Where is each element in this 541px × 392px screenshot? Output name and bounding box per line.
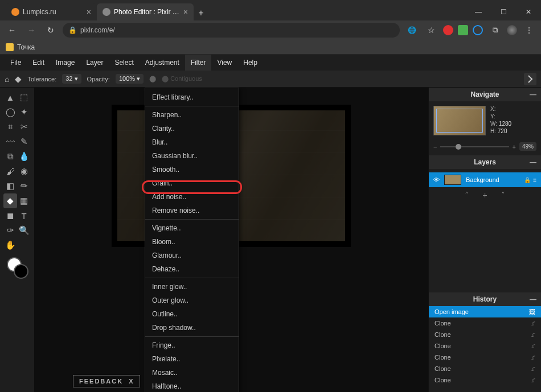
tool-spray[interactable]: ◉ bbox=[17, 164, 31, 179]
zoom-out-button[interactable]: − bbox=[433, 143, 437, 150]
browser-tab-1[interactable]: Photo Editor : Pixlr E - free image… × bbox=[97, 3, 194, 20]
filter-drop-shadow[interactable]: Drop shadow.. bbox=[145, 321, 239, 335]
profile-avatar[interactable] bbox=[507, 25, 517, 35]
filter-dehaze[interactable]: Dehaze.. bbox=[145, 262, 239, 276]
collapse-icon[interactable]: — bbox=[530, 295, 536, 303]
tool-lasso[interactable]: ◯ bbox=[3, 105, 17, 119]
filter-gaussian-blur[interactable]: Gaussian blur.. bbox=[145, 149, 239, 163]
filter-clarity[interactable]: Clarity.. bbox=[145, 122, 239, 135]
color-swatches[interactable] bbox=[3, 257, 31, 286]
filter-sharpen[interactable]: Sharpen.. bbox=[145, 108, 239, 122]
filter-effect-library[interactable]: Effect library.. bbox=[145, 90, 239, 104]
star-icon[interactable]: ☆ bbox=[424, 23, 438, 38]
tolerance-value[interactable]: 32 ▾ bbox=[62, 74, 81, 84]
history-item[interactable]: Clone⎎ bbox=[429, 340, 541, 352]
feedback-close[interactable]: X bbox=[129, 378, 134, 385]
filter-add-noise[interactable]: Add noise.. bbox=[145, 190, 239, 204]
filter-outline[interactable]: Outline.. bbox=[145, 307, 239, 321]
filter-fringe[interactable]: Fringe.. bbox=[145, 339, 239, 352]
translate-icon[interactable]: 🌐 bbox=[404, 23, 419, 38]
tool-zoom[interactable]: 🔍 bbox=[17, 223, 31, 238]
contiguous-toggle[interactable]: ⬤ Contiguous bbox=[162, 75, 202, 82]
home-icon[interactable]: ⌂ bbox=[5, 75, 9, 84]
filter-grain[interactable]: Grain.. bbox=[145, 176, 239, 190]
tool-shape[interactable]: ◼ bbox=[3, 208, 17, 223]
collapse-icon[interactable]: — bbox=[530, 158, 536, 166]
history-item[interactable]: Clone⎎ bbox=[429, 329, 541, 340]
tool-hand[interactable]: ✋ bbox=[3, 238, 17, 253]
filter-outer-glow[interactable]: Outer glow.. bbox=[145, 294, 239, 307]
history-item[interactable]: Clone⎎ bbox=[429, 352, 541, 363]
filter-pixelate[interactable]: Pixelate.. bbox=[145, 352, 239, 366]
layer-item[interactable]: 👁 Background 🔒≡ bbox=[429, 172, 541, 187]
tool-crop[interactable]: ⌗ bbox=[3, 119, 17, 134]
visibility-icon[interactable]: 👁 bbox=[433, 176, 440, 183]
tool-cut[interactable]: ✂ bbox=[17, 119, 31, 134]
zoom-in-button[interactable]: + bbox=[513, 143, 516, 150]
navigate-thumbnail[interactable] bbox=[433, 106, 486, 135]
filter-mosaic[interactable]: Mosaic.. bbox=[145, 366, 239, 379]
collapse-icon[interactable]: — bbox=[530, 90, 536, 98]
tool-pencil[interactable]: ✏ bbox=[17, 179, 31, 193]
zoom-value[interactable]: 49% bbox=[519, 142, 536, 151]
history-item[interactable]: Clone⎎ bbox=[429, 374, 541, 386]
reader-icon[interactable]: ⧉ bbox=[487, 23, 502, 38]
back-button[interactable]: ← bbox=[5, 23, 19, 38]
menu-file[interactable]: File bbox=[5, 55, 27, 71]
filter-inner-glow[interactable]: Inner glow.. bbox=[145, 280, 239, 294]
menu-icon[interactable]: ⋮ bbox=[522, 23, 536, 38]
menu-adjustment[interactable]: Adjustment bbox=[140, 55, 185, 71]
window-close-button[interactable]: ✕ bbox=[516, 3, 541, 20]
tool-text[interactable]: T bbox=[17, 208, 31, 223]
tool-brush[interactable]: 🖌 bbox=[3, 164, 17, 179]
menu-help[interactable]: Help bbox=[237, 55, 263, 71]
browser-tab-0[interactable]: Lumpics.ru × bbox=[6, 3, 97, 20]
reload-button[interactable]: ↻ bbox=[43, 23, 58, 38]
tool-blur[interactable]: 💧 bbox=[17, 149, 31, 164]
filter-bloom[interactable]: Bloom.. bbox=[145, 235, 239, 249]
close-icon[interactable]: × bbox=[87, 7, 91, 16]
tool-arrow[interactable]: ▲ bbox=[3, 90, 17, 105]
tool-marquee[interactable]: ⬚ bbox=[17, 90, 31, 105]
tool-fill[interactable]: ◆ bbox=[3, 193, 17, 208]
menu-layer[interactable]: Layer bbox=[80, 55, 109, 71]
navigate-panel-header[interactable]: Navigate — bbox=[429, 88, 541, 101]
lock-icon[interactable]: 🔒 bbox=[524, 177, 531, 183]
tool-wand[interactable]: ✦ bbox=[17, 105, 31, 119]
layers-panel-header[interactable]: Layers — bbox=[429, 155, 541, 169]
opacity-value[interactable]: 100% ▾ bbox=[116, 74, 144, 84]
filter-halftone[interactable]: Halftone.. bbox=[145, 379, 239, 392]
window-maximize-button[interactable]: ☐ bbox=[491, 3, 516, 20]
history-panel-header[interactable]: History — bbox=[429, 292, 541, 306]
settings-icon[interactable]: ≡ bbox=[533, 177, 536, 183]
menu-select[interactable]: Select bbox=[109, 55, 139, 71]
close-icon[interactable]: × bbox=[183, 7, 188, 16]
filter-blur[interactable]: Blur.. bbox=[145, 135, 239, 149]
background-color[interactable] bbox=[14, 264, 28, 279]
feedback-button[interactable]: FEEDBACK X bbox=[73, 375, 140, 387]
layer-down-button[interactable]: ˅ bbox=[501, 191, 505, 200]
tool-pen[interactable]: ✎ bbox=[17, 134, 31, 149]
menu-filter[interactable]: Filter bbox=[185, 55, 212, 71]
menu-view[interactable]: View bbox=[211, 55, 237, 71]
layer-up-button[interactable]: ˄ bbox=[465, 191, 469, 200]
history-item[interactable]: Clone⎎ bbox=[429, 363, 541, 374]
menu-edit[interactable]: Edit bbox=[27, 55, 50, 71]
extension-icon[interactable] bbox=[458, 25, 468, 35]
menu-image[interactable]: Image bbox=[50, 55, 80, 71]
zoom-slider[interactable] bbox=[440, 146, 509, 147]
window-minimize-button[interactable]: ― bbox=[466, 3, 491, 20]
bookmark-item[interactable]: Точка bbox=[17, 43, 35, 51]
extension-icon[interactable] bbox=[443, 25, 453, 35]
filter-smooth[interactable]: Smooth.. bbox=[145, 163, 239, 176]
tool-picker[interactable]: ✑ bbox=[3, 223, 17, 238]
tool-clone[interactable]: ⧉ bbox=[3, 149, 17, 164]
tool-eraser[interactable]: ◧ bbox=[3, 179, 17, 193]
filter-remove-noise[interactable]: Remove noise.. bbox=[145, 204, 239, 217]
address-bar[interactable]: 🔒 pixlr.com/e/ bbox=[63, 23, 400, 38]
filter-glamour[interactable]: Glamour.. bbox=[145, 249, 239, 262]
new-tab-button[interactable]: + bbox=[194, 6, 208, 20]
collapse-panel-button[interactable] bbox=[524, 73, 536, 85]
extension-icon[interactable] bbox=[473, 25, 483, 35]
filter-vignette[interactable]: Vignette.. bbox=[145, 221, 239, 235]
